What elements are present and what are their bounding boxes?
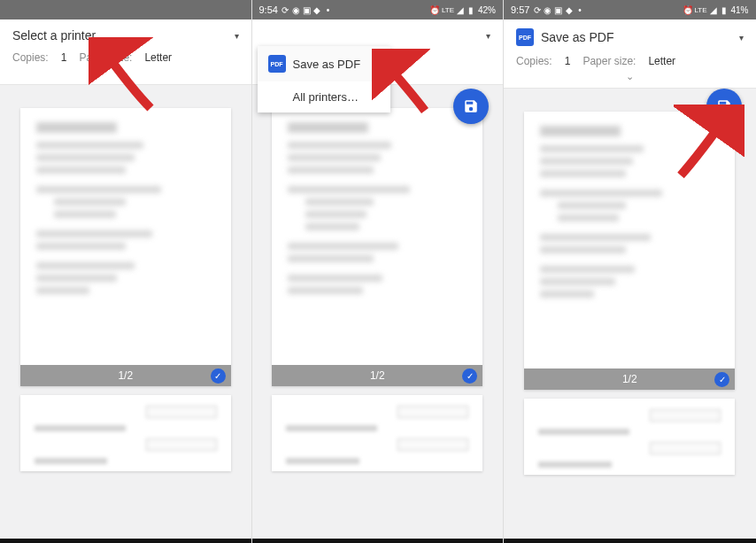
print-header: placeholder ▾ Copies: 1 Paper Letter ⌄ P… bbox=[252, 19, 504, 85]
dropdown-item-all-printers[interactable]: All printers… bbox=[258, 81, 390, 112]
nav-bar bbox=[252, 539, 504, 543]
page-indicator: 1/2 bbox=[370, 369, 385, 382]
signal-icon: ◢ bbox=[709, 6, 717, 14]
battery-icon: ▮ bbox=[467, 6, 475, 14]
app-icon: ▣ bbox=[303, 6, 311, 14]
page-indicator-bar: 1/2 bbox=[20, 365, 231, 386]
caret-down-icon: ▾ bbox=[235, 31, 239, 41]
dropdown-item-label: All printers… bbox=[293, 90, 359, 104]
screen-2: 9:54 ⟳ ◉ ▣ ◆ • ⏰ LTE ◢ ▮ 42% place bbox=[252, 0, 505, 543]
signal-icon: ◢ bbox=[457, 6, 465, 14]
print-preview[interactable]: 1/2 bbox=[0, 85, 251, 471]
battery-icon: ▮ bbox=[720, 6, 728, 14]
status-bar: 9:54 ⟳ ◉ ▣ ◆ • ⏰ LTE ◢ ▮ 42% bbox=[252, 0, 504, 19]
caret-down-icon: ▾ bbox=[486, 31, 490, 41]
papersize-label: Paper size: bbox=[582, 55, 636, 67]
status-time: 9:54 bbox=[259, 4, 278, 15]
whatsapp-icon: ◉ bbox=[544, 6, 552, 14]
preview-page-1[interactable]: 1/2 bbox=[20, 108, 231, 386]
papersize-value[interactable]: Letter bbox=[648, 55, 675, 67]
preview-page-2[interactable] bbox=[524, 399, 735, 475]
printer-dropdown-menu: PDF Save as PDF All printers… bbox=[258, 46, 390, 112]
copies-value[interactable]: 1 bbox=[565, 55, 571, 67]
pdf-badge-icon: PDF bbox=[516, 28, 534, 46]
printer-select-dropdown[interactable]: Select a printer bbox=[12, 28, 96, 43]
save-icon bbox=[716, 98, 732, 114]
dropdown-item-save-as-pdf[interactable]: PDF Save as PDF bbox=[258, 46, 390, 81]
printer-select-dropdown[interactable]: PDF Save as PDF bbox=[516, 28, 613, 46]
page-indicator: 1/2 bbox=[118, 369, 133, 382]
battery-percent: 41% bbox=[730, 5, 748, 15]
alarm-icon: ⏰ bbox=[431, 6, 439, 14]
preview-page-1[interactable]: 1/2 bbox=[524, 112, 735, 390]
print-preview[interactable]: 1/2 bbox=[252, 85, 504, 471]
status-bar bbox=[0, 0, 251, 19]
print-header: Select a printer ▾ Copies: 1 Paper size:… bbox=[0, 19, 251, 85]
copies-label: Copies: bbox=[516, 55, 552, 67]
papersize-value[interactable]: Letter bbox=[144, 51, 172, 64]
screen-3: 9:57 ⟳ ◉ ▣ ◆ • ⏰ LTE ◢ ▮ 41% PDF bbox=[504, 0, 756, 543]
save-pdf-fab[interactable] bbox=[453, 89, 489, 124]
sync-icon: ⟳ bbox=[533, 6, 541, 14]
whatsapp-icon: ◉ bbox=[292, 6, 300, 14]
nav-bar bbox=[504, 539, 756, 543]
page-indicator-bar: 1/2 bbox=[524, 368, 735, 390]
preview-page-2[interactable] bbox=[272, 395, 482, 471]
dropdown-item-label: Save as PDF bbox=[293, 58, 361, 71]
print-options: Copies: 1 Paper size: Letter bbox=[516, 55, 744, 67]
page-indicator: 1/2 bbox=[622, 373, 637, 385]
status-time: 9:57 bbox=[511, 4, 529, 15]
expand-chevron-icon[interactable]: ⌄ bbox=[516, 67, 744, 82]
more-icon: • bbox=[324, 6, 332, 14]
save-pdf-fab[interactable] bbox=[706, 89, 742, 124]
network-label: LTE bbox=[694, 6, 706, 14]
caret-down-icon: ▾ bbox=[739, 33, 744, 43]
copies-value[interactable]: 1 bbox=[61, 51, 67, 64]
status-bar: 9:57 ⟳ ◉ ▣ ◆ • ⏰ LTE ◢ ▮ 41% bbox=[504, 0, 756, 19]
preview-page-2[interactable] bbox=[20, 395, 231, 471]
preview-page-1[interactable]: 1/2 bbox=[272, 108, 482, 386]
papersize-label: Paper size: bbox=[79, 51, 132, 64]
expand-chevron-icon[interactable]: ⌄ bbox=[12, 64, 239, 79]
pdf-badge-icon: PDF bbox=[268, 55, 286, 73]
page-selected-check-icon[interactable] bbox=[462, 368, 477, 384]
user-icon: ◆ bbox=[565, 6, 573, 14]
print-preview[interactable]: 1/2 bbox=[504, 89, 756, 475]
screen-1: Select a printer ▾ Copies: 1 Paper size:… bbox=[0, 0, 252, 543]
printer-select-label: Select a printer bbox=[12, 28, 96, 43]
alarm-icon: ⏰ bbox=[683, 6, 691, 14]
printer-select-label: Save as PDF bbox=[541, 30, 613, 44]
app-icon: ▣ bbox=[554, 6, 562, 14]
page-selected-check-icon[interactable] bbox=[714, 372, 729, 387]
battery-percent: 42% bbox=[478, 5, 496, 15]
print-options: Copies: 1 Paper size: Letter bbox=[12, 51, 239, 64]
copies-label: Copies: bbox=[12, 51, 49, 64]
print-header: PDF Save as PDF ▾ Copies: 1 Paper size: … bbox=[504, 19, 756, 89]
status-notification-icons: ⟳ ◉ ▣ ◆ • bbox=[533, 6, 583, 14]
page-selected-check-icon[interactable] bbox=[211, 368, 226, 384]
nav-bar bbox=[0, 539, 251, 543]
network-label: LTE bbox=[442, 6, 454, 14]
more-icon: • bbox=[575, 6, 583, 14]
page-indicator-bar: 1/2 bbox=[272, 365, 482, 386]
sync-icon: ⟳ bbox=[282, 6, 289, 14]
status-notification-icons: ⟳ ◉ ▣ ◆ • bbox=[282, 6, 332, 14]
user-icon: ◆ bbox=[313, 6, 321, 14]
save-icon bbox=[463, 98, 479, 114]
